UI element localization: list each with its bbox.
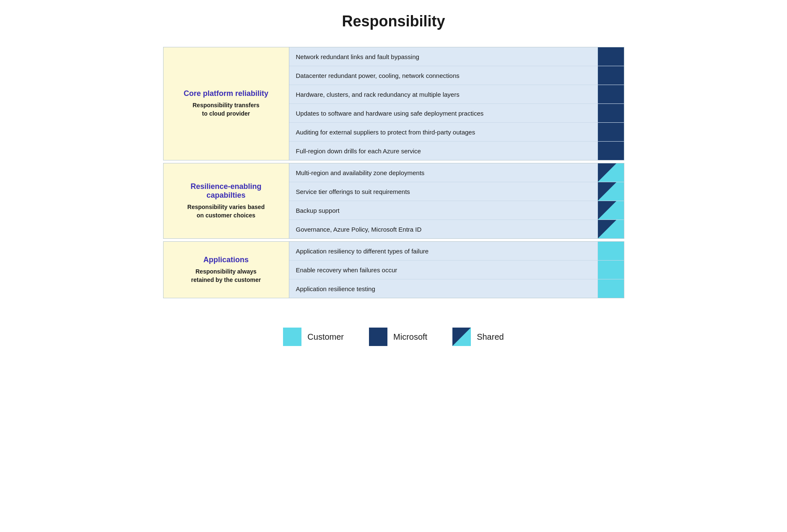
row-text: Multi-region and availability zone deplo… [289, 163, 598, 182]
row-indicator [598, 123, 624, 141]
section-label-resilience-enabling: Resilience-enabling capabiltiesResponsib… [164, 163, 289, 238]
row-indicator [598, 220, 624, 238]
table-row: Application resiliency to different type… [289, 242, 624, 261]
sections-container: Core platform reliabilityResponsibility … [163, 47, 624, 298]
section-label-core-platform: Core platform reliabilityResponsibility … [164, 47, 289, 160]
section-rows-core-platform: Network redundant links and fault bypass… [289, 47, 624, 160]
section-applications: ApplicationsResponsibility always retain… [163, 241, 624, 298]
row-text: Datacenter redundant power, cooling, net… [289, 66, 598, 85]
page-container: Responsibility Core platform reliability… [163, 13, 624, 354]
row-text: Application resiliency to different type… [289, 242, 598, 260]
table-row: Auditing for external suppliers to prote… [289, 123, 624, 142]
row-text: Hardware, clusters, and rack redundancy … [289, 85, 598, 103]
table-row: Updates to software and hardware using s… [289, 104, 624, 123]
legend-box-customer [283, 328, 301, 346]
table-row: Multi-region and availability zone deplo… [289, 163, 624, 182]
legend-label-microsoft: Microsoft [393, 332, 427, 342]
section-resilience-enabling: Resilience-enabling capabiltiesResponsib… [163, 163, 624, 239]
table-row: Full-region down drills for each Azure s… [289, 142, 624, 160]
table-row: Network redundant links and fault bypass… [289, 47, 624, 66]
section-rows-applications: Application resiliency to different type… [289, 242, 624, 298]
table-row: Backup support [289, 201, 624, 220]
row-indicator [598, 182, 624, 201]
row-indicator [598, 66, 624, 85]
legend-box-microsoft [369, 328, 387, 346]
row-indicator [598, 261, 624, 279]
section-title-core-platform: Core platform reliability [184, 89, 268, 98]
row-text: Backup support [289, 201, 598, 220]
table-row: Governance, Azure Policy, Microsoft Entr… [289, 220, 624, 238]
section-subtitle-resilience-enabling: Responsibility varies based on customer … [187, 203, 265, 220]
legend-item-microsoft: Microsoft [369, 328, 427, 346]
section-subtitle-core-platform: Responsibility transfers to cloud provid… [192, 101, 260, 118]
legend: CustomerMicrosoftShared [163, 319, 624, 354]
legend-label-customer: Customer [307, 332, 344, 342]
row-text: Application resilience testing [289, 279, 598, 298]
legend-box-shared [452, 328, 471, 346]
row-indicator [598, 163, 624, 182]
table-row: Enable recovery when failures occur [289, 261, 624, 279]
section-core-platform: Core platform reliabilityResponsibility … [163, 47, 624, 160]
section-subtitle-applications: Responsibility always retained by the cu… [191, 268, 261, 284]
row-text: Full-region down drills for each Azure s… [289, 142, 598, 160]
legend-item-customer: Customer [283, 328, 344, 346]
row-indicator [598, 279, 624, 298]
row-indicator [598, 47, 624, 66]
row-indicator [598, 201, 624, 220]
row-text: Auditing for external suppliers to prote… [289, 123, 598, 141]
row-text: Governance, Azure Policy, Microsoft Entr… [289, 220, 598, 238]
row-indicator [598, 142, 624, 160]
row-text: Enable recovery when failures occur [289, 261, 598, 279]
table-row: Hardware, clusters, and rack redundancy … [289, 85, 624, 104]
row-text: Updates to software and hardware using s… [289, 104, 598, 122]
table-row: Application resilience testing [289, 279, 624, 298]
table-row: Service tier offerings to suit requireme… [289, 182, 624, 201]
row-indicator [598, 85, 624, 103]
legend-item-shared: Shared [452, 328, 504, 346]
legend-label-shared: Shared [477, 332, 504, 342]
section-rows-resilience-enabling: Multi-region and availability zone deplo… [289, 163, 624, 238]
section-title-resilience-enabling: Resilience-enabling capabilties [170, 182, 282, 200]
table-row: Datacenter redundant power, cooling, net… [289, 66, 624, 85]
section-label-applications: ApplicationsResponsibility always retain… [164, 242, 289, 298]
section-title-applications: Applications [203, 256, 249, 264]
row-indicator [598, 104, 624, 122]
row-text: Service tier offerings to suit requireme… [289, 182, 598, 201]
page-title: Responsibility [163, 13, 624, 30]
row-indicator [598, 242, 624, 260]
row-text: Network redundant links and fault bypass… [289, 47, 598, 66]
